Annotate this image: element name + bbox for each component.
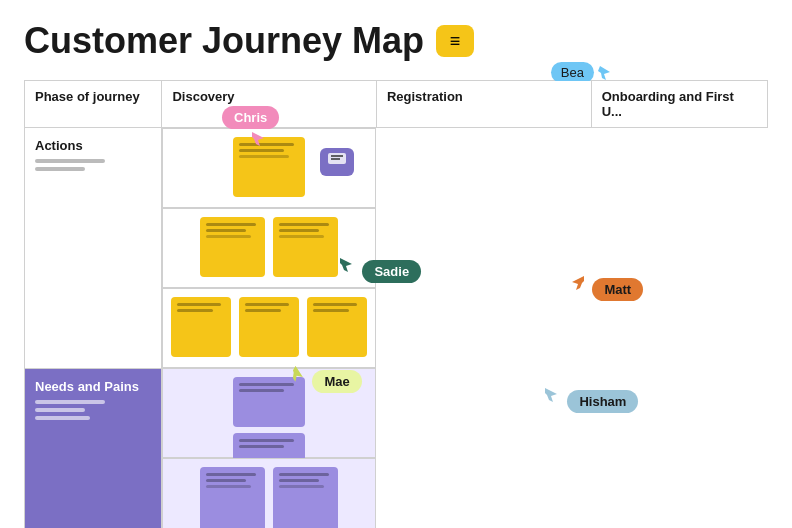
discovery-needs-cell (162, 368, 376, 458)
registration-actions-cell (162, 208, 376, 288)
sticky-onb-actions-3[interactable] (307, 297, 367, 357)
page-container: Customer Journey Map ≡ Bea Phase of jour… (0, 0, 792, 528)
sticky-reg-needs-2[interactable] (273, 467, 338, 528)
registration-needs-cell (162, 458, 376, 528)
chat-icon-bubble[interactable]: ≡ (436, 25, 474, 57)
phase-actions-cell: Actions (25, 128, 162, 369)
sticky-reg-actions-1[interactable] (200, 217, 265, 277)
sticky-note-discovery-actions[interactable] (233, 137, 305, 197)
header-discovery: Discovery (162, 81, 377, 128)
needs-line-3 (35, 416, 90, 420)
header-registration: Registration (376, 81, 591, 128)
journey-table: Phase of journey Discovery Registration … (24, 80, 768, 528)
chat-icon: ≡ (450, 31, 461, 52)
table-row-needs: Needs and Pains (25, 368, 768, 528)
sticky-onb-actions-1[interactable] (171, 297, 231, 357)
phase-actions-label: Actions (35, 138, 151, 153)
action-line-1 (35, 159, 105, 163)
sticky-onb-actions-2[interactable] (239, 297, 299, 357)
phase-needs-cell: Needs and Pains (25, 368, 162, 528)
header-phase: Phase of journey (25, 81, 162, 128)
action-line-2 (35, 167, 85, 171)
needs-line-2 (35, 408, 85, 412)
onboarding-actions-cell (162, 288, 376, 368)
sticky-disc-needs-1[interactable] (233, 377, 305, 427)
header-onboarding: Onboarding and First U... (591, 81, 767, 128)
needs-line-1 (35, 400, 105, 404)
phase-needs-label: Needs and Pains (35, 379, 151, 394)
svg-marker-0 (598, 66, 610, 80)
sticky-reg-actions-2[interactable] (273, 217, 338, 277)
discovery-actions-cell (162, 128, 376, 208)
title-row: Customer Journey Map ≡ (24, 20, 768, 62)
phase-needs-lines (35, 400, 151, 420)
bea-cursor-arrow (598, 64, 612, 82)
page-title: Customer Journey Map (24, 20, 424, 62)
table-row-actions: Actions (25, 128, 768, 369)
phase-actions-lines (35, 159, 151, 171)
sticky-reg-needs-1[interactable] (200, 467, 265, 528)
table-header-row: Phase of journey Discovery Registration … (25, 81, 768, 128)
